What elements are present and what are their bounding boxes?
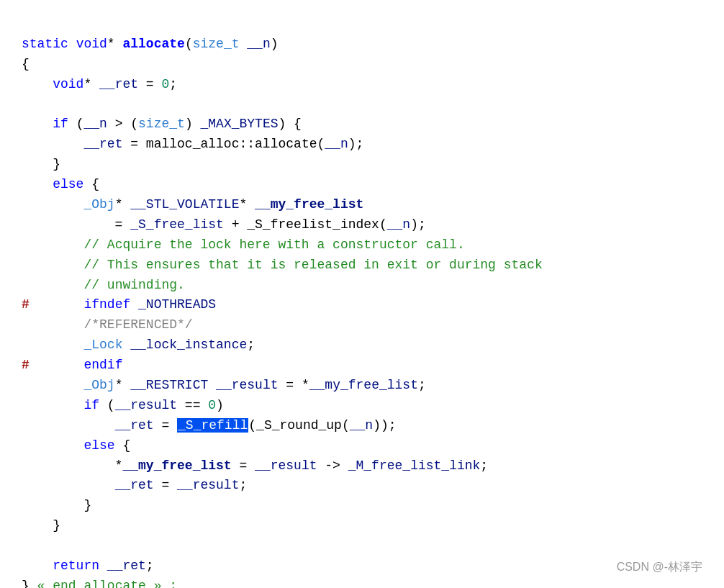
- line-5: if (__n > (size_t) _MAX_BYTES) {: [22, 117, 302, 131]
- line-7: }: [22, 157, 60, 171]
- line-13: // unwinding.: [22, 278, 185, 292]
- code-container: static void* allocate(size_t __n) { void…: [0, 0, 724, 588]
- line-11: // Acquire the lock here with a construc…: [22, 238, 465, 252]
- line-25: }: [22, 518, 60, 533]
- line-28: } « end allocate » ;: [22, 579, 177, 588]
- line-22: *__my_free_list = __result -> _M_free_li…: [22, 458, 488, 473]
- watermark: CSDN @-林泽宇: [617, 560, 702, 575]
- line-12: // This ensures that it is released in e…: [22, 258, 543, 272]
- line-14: # ifndef _NOTHREADS: [22, 297, 216, 312]
- line-21: else {: [22, 438, 130, 453]
- code-block: static void* allocate(size_t __n) { void…: [22, 14, 702, 588]
- line-1: static void* allocate(size_t __n): [22, 37, 279, 51]
- line-23: __ret = __result;: [22, 478, 247, 492]
- line-17: # endif: [22, 358, 122, 372]
- line-2: {: [22, 57, 30, 71]
- line-27: return __ret;: [22, 558, 154, 573]
- line-19: if (__result == 0): [22, 398, 224, 412]
- line-16: _Lock __lock_instance;: [22, 338, 255, 352]
- line-8: else {: [22, 177, 99, 191]
- line-10: = _S_free_list + _S_freelist_index(__n);: [22, 217, 426, 232]
- line-9: _Obj* __STL_VOLATILE* __my_free_list: [22, 197, 363, 212]
- line-15: /*REFERENCED*/: [22, 317, 193, 332]
- line-3: void* __ret = 0;: [22, 77, 177, 91]
- line-18: _Obj* __RESTRICT __result = *__my_free_l…: [22, 378, 426, 392]
- line-20: __ret = _S_refill(_S_round_up(__n));: [22, 418, 397, 433]
- line-24: }: [22, 498, 91, 512]
- line-6: __ret = malloc_alloc::allocate(__n);: [22, 137, 363, 151]
